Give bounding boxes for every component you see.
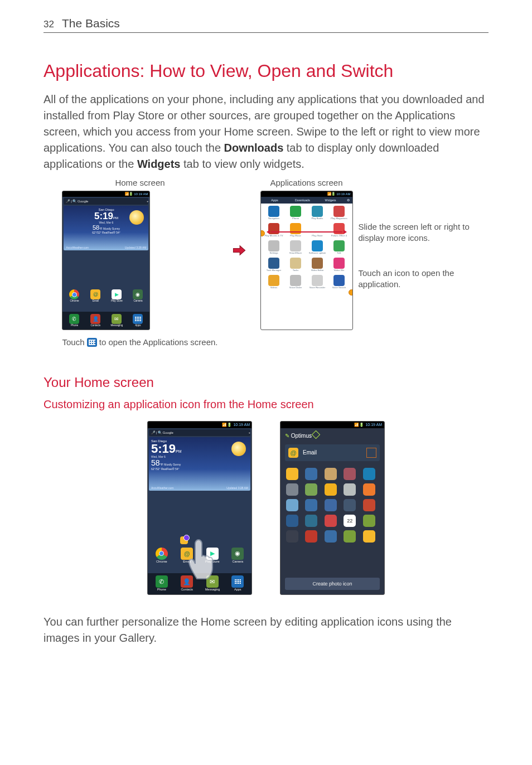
google-search-bar-2[interactable]: 🎤 | 🔍 Google+ <box>149 429 250 436</box>
icon-option[interactable] <box>363 468 375 480</box>
icon-option[interactable] <box>286 530 298 543</box>
figure-row-2: 📶🔋 10:19 AM 🎤 | 🔍 Google+ San Diego 5:19… <box>43 421 489 595</box>
app-cell[interactable]: Video Editor <box>307 258 328 274</box>
tab-downloads[interactable]: Downloads <box>289 197 317 204</box>
icon-option[interactable] <box>305 530 317 543</box>
icon-option[interactable] <box>305 499 317 511</box>
app-cell[interactable]: Navigation <box>263 206 285 222</box>
sun-icon-2 <box>231 442 246 456</box>
messaging-icon: ✉ <box>112 314 122 324</box>
weather-widget-2[interactable]: San Diego 5:19PM Wed, Mar 6 58°F Mostly … <box>149 437 250 491</box>
app-cell[interactable]: Play Store <box>307 223 328 239</box>
search-placeholder-2: Google <box>163 431 173 434</box>
app-cell[interactable]: Task Manager <box>263 258 285 274</box>
icon-option[interactable] <box>325 483 337 496</box>
icon-option[interactable] <box>344 499 356 511</box>
app-cell[interactable]: Settings <box>263 240 285 256</box>
app-cell[interactable]: Voice Recorder <box>307 275 328 291</box>
app-cell[interactable]: Talk <box>328 240 350 256</box>
icon-option[interactable] <box>305 483 317 496</box>
app-cell[interactable]: Voice Dialer <box>285 275 307 291</box>
icon-option[interactable] <box>305 468 317 480</box>
app-cell[interactable]: Tasks <box>285 258 307 274</box>
tab-widgets[interactable]: Widgets <box>317 197 345 204</box>
email-app-2[interactable]: @Email <box>180 548 194 564</box>
icon-option[interactable] <box>325 515 337 527</box>
app-cell[interactable]: SmartShare <box>285 240 307 256</box>
edit-badge-icon <box>180 536 188 544</box>
apps-app[interactable]: Apps <box>130 314 145 327</box>
frame-toggle-icon[interactable] <box>366 448 376 458</box>
camera-app-2[interactable]: ◉Camera <box>230 548 245 564</box>
play-icon-2: ▶ <box>206 548 219 560</box>
apps-grid: NavigationPhonePlay BooksPlay MagazinesP… <box>261 204 352 293</box>
icon-option[interactable] <box>286 468 298 480</box>
app-label: Play Magazines <box>328 217 350 222</box>
icon-option[interactable] <box>363 499 375 511</box>
chrome-app[interactable]: Chrome <box>67 289 81 303</box>
edit-name-icon <box>312 430 321 439</box>
contacts-app[interactable]: 👤Contacts <box>88 314 103 327</box>
icon-option[interactable] <box>344 483 356 496</box>
icon-option[interactable] <box>363 515 375 527</box>
icon-option[interactable] <box>286 483 298 496</box>
app-cell[interactable]: Play Magazines <box>328 206 350 222</box>
weather-deg-2: °F <box>160 463 163 466</box>
messaging-app-2[interactable]: ✉Messaging <box>205 575 220 592</box>
apps-tabs: Apps Downloads Widgets ⚙ <box>261 197 352 204</box>
playstore-label-2: Play Store <box>205 560 220 564</box>
tab-settings-gear-icon[interactable]: ⚙ <box>345 197 352 204</box>
icon-option[interactable] <box>344 468 356 480</box>
app-cell[interactable]: Play Music <box>285 223 307 239</box>
status-bar-2: 📶🔋 10:19 AM <box>148 422 252 428</box>
weather-date: Wed, Mar 6 <box>66 221 146 224</box>
app-cell[interactable]: Play Books <box>307 206 328 222</box>
app-cell[interactable]: Phone <box>285 206 307 222</box>
weather-widget[interactable]: San Diego 5:19PM Wed, Mar 6 58°F Mostly … <box>64 206 148 250</box>
app-cell[interactable]: Voice Search <box>328 275 350 291</box>
messaging-app[interactable]: ✉Messaging <box>109 314 124 327</box>
app-cell[interactable]: Play Movies & TV <box>263 223 285 239</box>
apps-grid-icon <box>133 314 143 324</box>
apps-app-2[interactable]: Apps <box>230 575 245 592</box>
icon-option[interactable] <box>286 515 298 527</box>
app-label: Phone <box>285 217 307 222</box>
icon-option[interactable] <box>325 468 337 480</box>
app-cell[interactable]: Videos <box>263 275 285 291</box>
google-search-bar[interactable]: 🎤 | 🔍 Google+ <box>64 198 148 205</box>
playstore-label: Play Store <box>109 300 124 303</box>
customizing-heading: Customizing an application icon from the… <box>43 398 489 411</box>
playstore-app-2[interactable]: ▶Play Store <box>205 548 220 564</box>
chooser-status-time: 10:19 AM <box>365 423 382 427</box>
camera-app[interactable]: ◉Camera <box>130 289 145 303</box>
chooser-title-row[interactable]: ✎ Optimus <box>280 428 384 442</box>
phone-app[interactable]: ✆Phone <box>67 314 81 327</box>
icon-option[interactable]: 22 <box>344 515 356 527</box>
icon-option[interactable] <box>363 530 375 543</box>
play-icon: ▶ <box>112 289 122 299</box>
weather-ampm: PM <box>113 216 118 220</box>
icon-option[interactable] <box>305 515 317 527</box>
app-cell[interactable]: Polaris Office 4 <box>328 223 350 239</box>
messaging-label-2: Messaging <box>205 588 220 592</box>
email-app[interactable]: @Email <box>88 289 103 303</box>
tab-apps[interactable]: Apps <box>261 197 289 204</box>
weather-date-2: Wed, Mar 6 <box>151 455 248 458</box>
chrome-app-2[interactable]: Chrome <box>154 548 169 564</box>
icon-option[interactable] <box>325 499 337 511</box>
create-photo-icon-button[interactable]: Create photo icon <box>285 578 380 590</box>
apps-status-time: 10:19 AM <box>336 192 350 196</box>
playstore-app[interactable]: ▶Play Store <box>109 289 124 303</box>
icon-option[interactable] <box>325 530 337 543</box>
app-cell[interactable]: Software update <box>307 240 328 256</box>
icon-option[interactable] <box>363 483 375 496</box>
contacts-app-2[interactable]: 👤Contacts <box>180 575 194 592</box>
app-cell[interactable]: Video Wiz <box>328 258 350 274</box>
app-icon <box>290 275 301 286</box>
icon-option[interactable] <box>286 499 298 511</box>
home-dock: Chrome @Email ▶Play Store ◉Camera <box>62 287 149 305</box>
applications-screen-mock: 📶🔋 10:19 AM Apps Downloads Widgets ⚙ Nav… <box>260 191 353 330</box>
icon-option[interactable] <box>344 530 356 543</box>
phone-app-2[interactable]: ✆Phone <box>154 575 169 592</box>
callout-open-text: Touch an icon to open the application. <box>359 268 470 289</box>
